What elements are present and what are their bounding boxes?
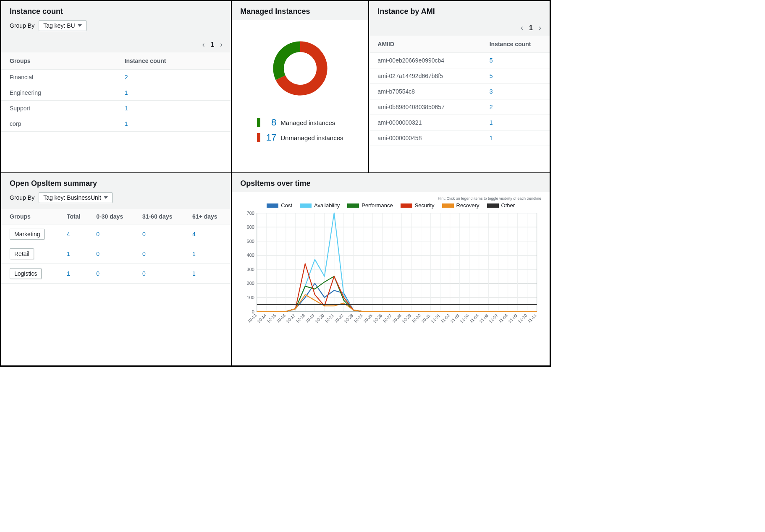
count-link[interactable]: 1 [125, 105, 128, 112]
groupby-select[interactable]: Tag key: BusinessUnit [39, 192, 113, 203]
groupby-label: Group By [10, 194, 34, 201]
d0-link[interactable]: 0 [96, 270, 100, 277]
legend-item[interactable]: Other [487, 202, 515, 209]
legend-item[interactable]: Performance [347, 202, 393, 209]
svg-text:11-06: 11-06 [479, 313, 490, 324]
total-link[interactable]: 1 [67, 250, 70, 257]
amiid-cell: ami-0b898040803850657 [369, 99, 481, 115]
amiid-cell: ami-027a14492d667b8f5 [369, 68, 481, 84]
col-total: Total [62, 209, 91, 224]
svg-text:700: 700 [247, 211, 254, 216]
svg-text:10-20: 10-20 [314, 313, 325, 324]
card-opsitems-over-time: OpsItems over time Hint: Click on legend… [231, 173, 550, 366]
total-link[interactable]: 4 [67, 231, 70, 237]
groupby-value: Tag key: BU [43, 22, 75, 29]
pager-prev-icon[interactable]: ‹ [521, 23, 523, 32]
count-link[interactable]: 3 [490, 88, 493, 95]
legend-item[interactable]: Recovery [442, 202, 479, 209]
legend-item[interactable]: Availability [300, 202, 340, 209]
col-count: Instance count [481, 36, 550, 53]
table-row: ami-b70554c83 [369, 84, 550, 99]
legend-label: Cost [281, 202, 292, 209]
swatch-icon [257, 118, 260, 127]
svg-text:200: 200 [247, 281, 254, 286]
chevron-down-icon [104, 196, 108, 199]
card-title: Managed Instances [240, 7, 360, 16]
group-cell: Retail [1, 244, 62, 264]
table-row: ami-00000004581 [369, 130, 550, 146]
card-opsitem-summary: Open OpsItem summary Group By Tag key: B… [1, 173, 231, 366]
table-row: ami-00000003211 [369, 115, 550, 130]
legend-label: Security [415, 202, 435, 209]
amiid-cell: ami-b70554c8 [369, 84, 481, 99]
table-row: Financial2 [1, 70, 231, 85]
amiid-cell: ami-0000000321 [369, 115, 481, 130]
svg-rect-76 [257, 213, 537, 312]
swatch-icon [347, 203, 359, 208]
svg-text:11-11: 11-11 [527, 313, 538, 324]
d1-link[interactable]: 0 [142, 270, 146, 277]
amiid-cell: ami-00eb20669e0990cb4 [369, 53, 481, 68]
d2-link[interactable]: 1 [192, 250, 196, 257]
count-link[interactable]: 1 [125, 120, 128, 127]
count-link[interactable]: 1 [125, 89, 128, 96]
legend-managed: 8 Managed instances [257, 117, 343, 128]
count-link[interactable]: 2 [490, 104, 493, 110]
total-link[interactable]: 1 [67, 270, 70, 277]
swatch-icon [487, 203, 499, 208]
d2-link[interactable]: 1 [192, 270, 196, 277]
svg-text:10-25: 10-25 [363, 313, 374, 324]
svg-text:10-27: 10-27 [382, 313, 393, 324]
legend-label: Recovery [456, 202, 479, 209]
chevron-down-icon [78, 24, 82, 27]
count-link[interactable]: 1 [490, 135, 493, 141]
table-row: corp1 [1, 116, 231, 132]
d1-link[interactable]: 0 [142, 250, 146, 257]
group-pill[interactable]: Marketing [10, 229, 45, 240]
swatch-icon [267, 203, 278, 208]
table-row: ami-027a14492d667b8f55 [369, 68, 550, 84]
pager-next-icon[interactable]: › [220, 40, 223, 49]
group-pill[interactable]: Retail [10, 248, 34, 259]
table-row: ami-0b8980408038506572 [369, 99, 550, 115]
count-link[interactable]: 5 [490, 57, 493, 64]
svg-text:10-14: 10-14 [257, 313, 267, 324]
table-row: Marketing4004 [1, 224, 231, 244]
d0-link[interactable]: 0 [96, 231, 100, 237]
legend-item[interactable]: Cost [267, 202, 292, 209]
count-link[interactable]: 5 [490, 73, 493, 79]
svg-text:11-08: 11-08 [498, 313, 509, 324]
svg-text:10-28: 10-28 [392, 313, 403, 324]
unmanaged-count[interactable]: 17 [265, 132, 276, 143]
group-cell: corp [1, 116, 116, 132]
col-d1: 31-60 days [137, 209, 187, 224]
line-chart: 010020030040050060070010-1310-1410-1510-… [240, 210, 541, 332]
instance-count-table: Groups Instance count Financial2Engineer… [1, 52, 231, 132]
donut-chart [265, 33, 336, 105]
col-groups: Groups [1, 52, 116, 70]
table-row: Engineering1 [1, 85, 231, 101]
pager-next-icon[interactable]: › [539, 23, 541, 32]
svg-text:11-09: 11-09 [508, 313, 519, 324]
svg-text:500: 500 [247, 239, 254, 244]
swatch-icon [300, 203, 312, 208]
managed-label: Managed instances [280, 119, 335, 126]
legend-label: Performance [362, 202, 393, 209]
count-link[interactable]: 2 [125, 74, 128, 81]
group-pill[interactable]: Logistics [10, 268, 42, 279]
col-count: Instance count [116, 52, 231, 70]
d2-link[interactable]: 4 [192, 231, 196, 237]
ami-table: AMIID Instance count ami-00eb20669e0990c… [369, 36, 550, 146]
pager-prev-icon[interactable]: ‹ [202, 40, 204, 49]
managed-count[interactable]: 8 [265, 117, 276, 128]
col-groups: Groups [1, 209, 62, 224]
groupby-select[interactable]: Tag key: BU [39, 20, 86, 31]
count-link[interactable]: 1 [490, 119, 493, 126]
swatch-icon [442, 203, 454, 208]
legend-item[interactable]: Security [401, 202, 435, 209]
d0-link[interactable]: 0 [96, 250, 100, 257]
unmanaged-label: Unmanaged instances [280, 134, 343, 141]
legend-label: Other [501, 202, 515, 209]
d1-link[interactable]: 0 [142, 231, 146, 237]
svg-text:10-23: 10-23 [343, 313, 354, 324]
